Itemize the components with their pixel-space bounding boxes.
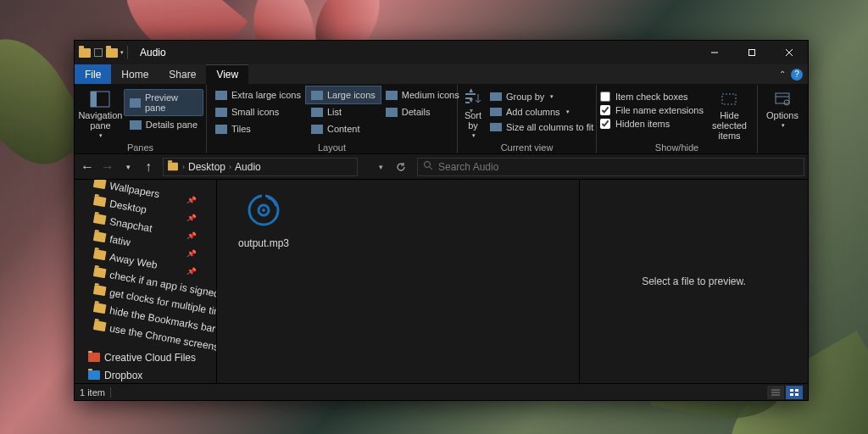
content-area: Wallpapers📌Desktop📌Snapchat📌fatiw📌Away W… [75,180,808,383]
folder-icon [168,163,178,170]
folder-icon [88,353,100,362]
svg-rect-24 [790,393,793,396]
tab-share[interactable]: Share [159,64,206,84]
layout-list[interactable]: List [306,103,381,120]
help-icon[interactable]: ? [791,69,803,81]
svg-point-12 [784,100,789,105]
nav-bar: ← → ▾ ↑ › Desktop › Audio ▾ [75,154,808,180]
audio-file-icon [242,188,286,232]
dropdown-icon[interactable]: ▾ [371,158,390,176]
layout-small[interactable]: Small icons [210,103,306,120]
details-view-button[interactable] [767,386,784,399]
svg-rect-6 [465,93,476,95]
add-columns-button[interactable]: Add columns▾ [487,105,597,119]
preview-pane-icon [130,98,141,108]
layout-tiles[interactable]: Tiles [210,120,306,137]
tab-view[interactable]: View [206,64,248,84]
sort-by-button[interactable]: Sort by ▾ [461,86,485,139]
svg-rect-5 [91,92,97,107]
item-count: 1 item [80,387,105,398]
preview-pane-button[interactable]: Preview pane [125,90,203,115]
layout-grid: Extra large icons Large icons Medium ico… [210,86,465,137]
layout-details[interactable]: Details [381,103,465,120]
tab-home[interactable]: Home [111,64,159,84]
svg-line-14 [430,167,432,170]
folder-icon [105,46,119,59]
explorer-window: ▾ Audio File Home Share View ⌃ ? Navigat… [74,40,809,401]
ribbon-group-label: Show/hide [600,141,754,153]
refresh-button[interactable] [392,158,410,176]
tree-item[interactable]: Dropbox [75,366,216,383]
maximize-button[interactable] [733,41,771,64]
qat-dropdown-icon[interactable]: ▾ [120,49,124,56]
folder-icon [93,320,107,331]
layout-extra-large[interactable]: Extra large icons [210,86,306,103]
svg-rect-1 [749,50,755,56]
svg-point-13 [425,162,431,168]
item-checkboxes-toggle[interactable]: Item check boxes [600,92,704,102]
options-icon [771,90,794,108]
search-input[interactable] [438,161,798,173]
minimize-button[interactable] [696,41,733,64]
quick-access-toolbar: ▾ [75,46,135,59]
file-list[interactable]: output.mp3 [217,180,579,383]
svg-rect-9 [722,94,736,104]
svg-rect-7 [465,97,472,99]
window-title: Audio [140,47,166,58]
folder-icon [78,46,92,59]
layout-content[interactable]: Content [306,120,381,137]
breadcrumb[interactable]: › Desktop › Audio [163,158,358,176]
svg-rect-23 [795,389,798,392]
layout-medium[interactable]: Medium icons [381,86,465,103]
status-bar: 1 item [75,383,808,400]
folder-icon [93,180,107,189]
size-columns-button[interactable]: Size all columns to fit [487,120,597,134]
back-button[interactable]: ← [78,158,97,176]
checkbox-icon[interactable] [92,46,105,59]
history-dropdown[interactable]: ▾ [119,158,137,176]
options-button[interactable]: Options ▾ [761,86,804,129]
icons-view-button[interactable] [786,386,803,399]
search-box[interactable] [417,158,804,176]
columns-icon [490,108,502,116]
breadcrumb-item[interactable]: Audio [235,161,261,173]
layout-large[interactable]: Large icons [306,86,381,103]
folder-icon [88,370,100,380]
ribbon-group-label: Current view [461,141,593,153]
hide-selected-button[interactable]: Hide selected items [705,86,754,141]
group-by-button[interactable]: Group by▾ [487,90,597,103]
close-button[interactable] [771,41,808,64]
svg-rect-10 [776,93,789,103]
group-icon [490,92,502,101]
details-pane-icon [130,120,142,130]
hide-icon [717,90,741,108]
tab-file[interactable]: File [75,64,111,84]
pin-icon: 📌 [186,213,197,223]
folder-icon [93,231,107,242]
nav-tree[interactable]: Wallpapers📌Desktop📌Snapchat📌fatiw📌Away W… [75,180,217,383]
forward-button[interactable]: → [98,158,117,176]
navigation-pane-icon [88,90,112,108]
svg-point-17 [262,209,265,212]
resize-icon [490,123,502,131]
up-button[interactable]: ↑ [139,158,158,176]
pin-icon: 📌 [186,248,197,259]
pin-icon: 📌 [186,195,197,205]
details-pane-button[interactable]: Details pane [125,117,203,132]
file-extensions-toggle[interactable]: File name extensions [600,105,704,115]
title-bar[interactable]: ▾ Audio [75,41,808,64]
folder-icon [93,249,107,260]
menu-bar: File Home Share View ⌃ ? [75,64,808,85]
preview-placeholder: Select a file to preview. [642,275,746,287]
pin-icon: 📌 [186,266,197,276]
svg-rect-8 [465,102,470,103]
file-item[interactable]: output.mp3 [225,188,302,249]
navigation-pane-button[interactable]: Navigation pane ▾ [78,86,123,139]
breadcrumb-item[interactable]: Desktop [188,161,225,173]
preview-pane: Select a file to preview. [579,180,808,383]
collapse-ribbon-icon[interactable]: ⌃ [779,70,786,79]
ribbon: Navigation pane ▾ Preview pane Details p… [75,85,808,154]
folder-icon [93,214,107,225]
sort-icon [461,90,485,108]
hidden-items-toggle[interactable]: Hidden items [600,119,704,129]
